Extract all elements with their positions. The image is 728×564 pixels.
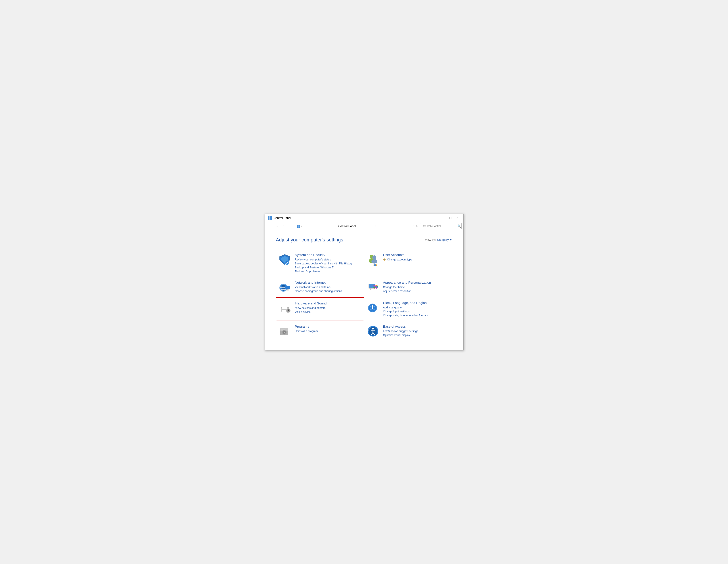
svg-point-15 [372, 255, 376, 259]
system-security-icon [278, 253, 291, 266]
network-internet-link-2[interactable]: Choose homegroup and sharing options [295, 289, 362, 293]
categories-grid: System and Security Review your computer… [276, 249, 452, 341]
svg-point-63 [372, 328, 374, 329]
category-system-security[interactable]: System and Security Review your computer… [276, 249, 364, 277]
appearance-personalization-content: Appearance and Personalization Change th… [383, 281, 450, 293]
programs-icon [278, 325, 291, 338]
ease-of-access-link-2[interactable]: Optimize visual display [383, 333, 450, 337]
svg-rect-6 [297, 226, 298, 228]
category-programs[interactable]: Programs Uninstall a program [276, 321, 364, 341]
svg-rect-29 [287, 289, 289, 290]
svg-rect-1 [270, 216, 272, 218]
system-security-title[interactable]: System and Security [295, 253, 362, 257]
svg-rect-38 [370, 289, 371, 290]
category-ease-of-access[interactable]: Ease of Access Let Windows suggest setti… [364, 321, 452, 341]
svg-rect-5 [298, 225, 300, 226]
view-by-dropdown[interactable]: Category ▼ [437, 238, 452, 241]
close-button[interactable]: ✕ [455, 216, 461, 220]
hardware-sound-link-2[interactable]: Add a device [295, 310, 361, 314]
user-accounts-title[interactable]: User Accounts [383, 253, 450, 257]
category-hardware-sound[interactable]: Hardware and Sound View devices and prin… [276, 297, 364, 321]
maximize-button[interactable]: □ [447, 216, 454, 220]
category-appearance-personalization[interactable]: Appearance and Personalization Change th… [364, 277, 452, 297]
ease-of-access-content: Ease of Access Let Windows suggest setti… [383, 325, 450, 337]
ease-of-access-title[interactable]: Ease of Access [383, 325, 450, 328]
page-title: Adjust your computer's settings [276, 237, 343, 243]
view-by: View by: Category ▼ [425, 238, 452, 241]
refresh-button[interactable]: ↻ [415, 224, 419, 228]
programs-link-1[interactable]: Uninstall a program [295, 329, 362, 333]
title-bar: Control Panel – □ ✕ [265, 214, 463, 222]
address-bar[interactable]: › Control Panel › ˅ ↻ [295, 223, 421, 229]
network-internet-title[interactable]: Network and Internet [295, 281, 362, 284]
svg-rect-0 [268, 216, 269, 218]
category-clock-language-region[interactable]: Clock, Language, and Region Add a langua… [364, 297, 452, 321]
svg-point-16 [371, 259, 377, 264]
clock-language-region-title[interactable]: Clock, Language, and Region [383, 301, 450, 305]
address-arrow: › [375, 224, 411, 228]
system-security-link-1[interactable]: Review your computer's status [295, 258, 362, 262]
view-by-arrow: ▼ [449, 238, 452, 241]
svg-rect-60 [281, 329, 285, 329]
up-button[interactable]: ↑ [288, 223, 294, 229]
svg-rect-28 [285, 286, 290, 289]
category-network-internet[interactable]: Network and Internet View network status… [276, 277, 364, 297]
clock-language-region-content: Clock, Language, and Region Add a langua… [383, 301, 450, 317]
page-header: Adjust your computer's settings View by:… [276, 237, 452, 243]
clock-language-region-link-3[interactable]: Change date, time, or number formats [383, 314, 450, 317]
programs-content: Programs Uninstall a program [295, 325, 362, 333]
content-area: Adjust your computer's settings View by:… [265, 230, 463, 350]
address-path: Control Panel [338, 224, 374, 228]
window-title: Control Panel [274, 216, 291, 220]
network-internet-icon [278, 281, 291, 294]
address-text: › [301, 224, 337, 228]
title-bar-left: Control Panel [268, 216, 291, 220]
control-panel-window: Control Panel – □ ✕ ← → ˅ ↑ › Control Pa… [265, 214, 464, 350]
appearance-personalization-link-1[interactable]: Change the theme [383, 285, 450, 289]
address-chevron[interactable]: ˅ [413, 225, 414, 228]
ease-of-access-link-1[interactable]: Let Windows suggest settings [383, 329, 450, 333]
minimize-button[interactable]: – [440, 216, 447, 220]
appearance-personalization-title[interactable]: Appearance and Personalization [383, 281, 450, 284]
svg-point-59 [284, 332, 285, 333]
dropdown-button[interactable]: ˅ [281, 223, 287, 229]
hardware-sound-title[interactable]: Hardware and Sound [295, 301, 361, 305]
title-bar-controls: – □ ✕ [440, 216, 461, 220]
network-internet-content: Network and Internet View network status… [295, 281, 362, 293]
svg-rect-7 [298, 226, 300, 228]
network-internet-link-1[interactable]: View network status and tasks [295, 285, 362, 289]
system-security-link-2[interactable]: Save backup copies of your files with Fi… [295, 262, 362, 266]
view-by-label: View by: [425, 238, 436, 241]
search-input[interactable] [423, 225, 457, 228]
svg-rect-39 [369, 290, 372, 290]
clock-language-region-link-1[interactable]: Add a language [383, 306, 450, 310]
svg-rect-30 [286, 290, 289, 291]
back-button[interactable]: ← [267, 223, 273, 229]
clock-language-region-icon [366, 301, 380, 314]
svg-rect-2 [268, 218, 269, 220]
user-accounts-link-1[interactable]: Change account type [383, 258, 450, 262]
svg-rect-42 [282, 306, 287, 309]
hardware-sound-content: Hardware and Sound View devices and prin… [295, 301, 361, 314]
search-box[interactable]: 🔍 [422, 223, 462, 229]
svg-rect-4 [297, 225, 298, 226]
category-user-accounts[interactable]: User Accounts Change account type [364, 249, 452, 277]
forward-button[interactable]: → [274, 223, 280, 229]
svg-rect-3 [270, 218, 272, 220]
hardware-sound-link-1[interactable]: View devices and printers [295, 306, 361, 310]
system-security-content: System and Security Review your computer… [295, 253, 362, 273]
system-security-link-3[interactable]: Backup and Restore (Windows 7) [295, 266, 362, 270]
appearance-personalization-icon [366, 281, 380, 294]
hardware-sound-icon [279, 301, 292, 315]
view-by-value-text: Category [437, 238, 449, 241]
ease-of-access-icon [366, 325, 380, 338]
clock-language-region-link-2[interactable]: Change input methods [383, 310, 450, 314]
appearance-personalization-link-2[interactable]: Adjust screen resolution [383, 289, 450, 293]
control-panel-icon [268, 216, 272, 220]
user-accounts-content: User Accounts Change account type [383, 253, 450, 262]
system-security-link-4[interactable]: Find and fix problems [295, 270, 362, 273]
programs-title[interactable]: Programs [295, 325, 362, 328]
toolbar: ← → ˅ ↑ › Control Panel › ˅ ↻ 🔍 [265, 222, 463, 230]
search-icon[interactable]: 🔍 [457, 224, 461, 228]
user-accounts-icon [366, 253, 380, 266]
